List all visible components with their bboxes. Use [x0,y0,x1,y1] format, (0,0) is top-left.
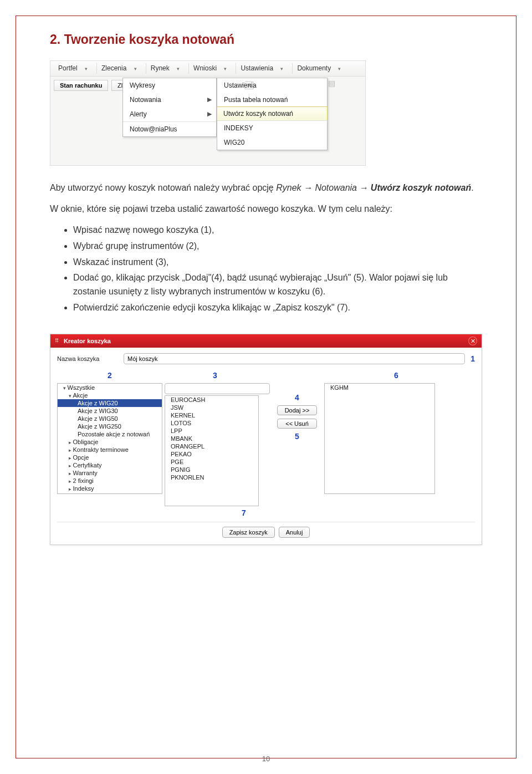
tree-node[interactable]: Certyfikaty [58,461,162,469]
dialog-title: Kreator koszyka [64,338,468,344]
steps-list: Wpisać nazwę nowego koszyka (1),Wybrać g… [50,223,482,315]
section-heading: 2. Tworzenie koszyka notowań [50,32,482,47]
tree-node[interactable]: Akcje z WIG50 [58,415,162,422]
grip-icon: ⠿ [55,338,59,344]
list-item[interactable]: EUROCASH [165,396,258,404]
marker-3: 3 [213,371,217,380]
chevron-right-icon: ▶ [207,96,212,103]
marker-2: 2 [108,371,112,380]
tree-node[interactable]: Obligacje [58,438,162,446]
tree-node[interactable]: Akcje z WIG20 [58,399,162,407]
list-item[interactable]: PGNIG [165,466,258,473]
page-number: 10 [0,755,532,763]
tree-node[interactable]: Akcje [58,391,162,399]
list-item[interactable]: JSW [165,404,258,411]
menu-item[interactable]: Ustawienia ▾ [236,63,293,74]
chevron-right-icon: ▶ [207,110,212,118]
submenu-notowania[interactable]: ✕ UstawieniaPusta tabela notowańUtwórz k… [217,78,328,150]
menu-item[interactable]: Alerty▶ [123,107,216,121]
dialog-titlebar[interactable]: ⠿ Kreator koszyka ✕ [50,334,482,348]
screenshot-kreator: ⠿ Kreator koszyka ✕ Nazwa koszyka 1 2 3 … [50,334,482,545]
menu-item[interactable]: Wnioski ▾ [189,63,236,74]
paragraph-steps-intro: W oknie, które się pojawi trzeba ustalić… [50,202,482,216]
tab-stan-rachunku[interactable]: Stan rachunku [54,80,108,91]
paragraph-intro: Aby utworzyć nowy koszyk notowań należy … [50,181,482,195]
tree-node[interactable]: ETF [58,492,162,494]
close-dialog-icon[interactable]: ✕ [468,337,477,345]
selected-instruments-list[interactable]: KGHM [324,383,435,494]
list-item: Wpisać nazwę nowego koszyka (1), [73,223,482,237]
tree-node[interactable]: Akcje z WIG250 [58,422,162,430]
marker-5: 5 [295,432,299,441]
marker-7: 7 [242,508,246,517]
remove-button[interactable]: << Usuń [277,419,317,429]
list-item[interactable]: KERNEL [165,411,258,419]
cancel-button[interactable]: Anuluj [279,527,310,538]
menu-item[interactable]: Wykresy [123,78,216,93]
submenu-rynek[interactable]: WykresyNotowania▶Alerty▶Notow@niaPlus [122,78,217,137]
basket-name-input[interactable] [124,353,465,364]
list-item[interactable]: LPP [165,427,258,435]
list-item[interactable]: PKNORLEN [165,473,258,481]
tree-node[interactable]: Indeksy [58,485,162,492]
menu-item[interactable]: Utwórz koszyk notowań [217,106,328,121]
instrument-group-tree[interactable]: WszystkieAkcjeAkcje z WIG20Akcje z WIG30… [57,383,162,494]
tree-node[interactable]: 2 fixingi [58,477,162,485]
list-item[interactable]: PEKAO [165,450,258,458]
list-item: Potwierdzić zakończenie edycji koszyka k… [73,301,482,315]
tree-node[interactable]: Pozostałe akcje z notowań [58,430,162,438]
list-item: Dodać go, klikając przycisk „Dodaj"(4), … [73,271,482,299]
menu-item[interactable]: INDEKSY [217,120,327,135]
menu-item[interactable]: Ustawienia [217,78,327,93]
marker-6: 6 [394,371,398,380]
tree-node[interactable]: Wszystkie [58,384,162,391]
list-item[interactable]: LOTOS [165,419,258,427]
menu-item[interactable]: Pusta tabela notowań [217,93,327,107]
save-basket-button[interactable]: Zapisz koszyk [222,527,275,538]
menu-item[interactable]: Dokumenty ▾ [293,63,350,74]
list-item: Wskazać instrument (3), [73,256,482,269]
menu-item[interactable]: Notowania▶ [123,93,216,107]
marker-4: 4 [295,393,299,402]
instrument-list[interactable]: EUROCASHJSWKERNELLOTOSLPPMBANKORANGEPLPE… [165,395,259,506]
tree-node[interactable]: Warranty [58,469,162,477]
tree-node[interactable]: Kontrakty terminowe [58,446,162,454]
tree-node[interactable]: Akcje z WIG30 [58,407,162,415]
list-item[interactable]: PGE [165,458,258,466]
menu-item[interactable]: Portfel ▾ [54,63,97,74]
list-item[interactable]: KGHM [325,384,434,391]
instrument-filter-input[interactable] [165,383,270,394]
menu-item[interactable]: Notow@niaPlus [123,121,216,136]
menubar: Portfel ▾Zlecenia ▾Rynek ▾Wnioski ▾Ustaw… [50,61,365,77]
add-button[interactable]: Dodaj >> [277,405,317,415]
menu-item[interactable]: Zlecenia ▾ [97,63,146,74]
menu-item[interactable]: WIG20 [217,135,327,150]
basket-name-label: Nazwa koszyka [57,355,124,362]
list-item: Wybrać grupę instrumentów (2), [73,240,482,253]
tree-node[interactable]: Opcje [58,454,162,461]
list-item[interactable]: MBANK [165,435,258,442]
list-item[interactable]: ORANGEPL [165,442,258,450]
marker-1: 1 [470,354,475,363]
screenshot-menu: Portfel ▾Zlecenia ▾Rynek ▾Wnioski ▾Ustaw… [50,60,366,166]
menu-item[interactable]: Rynek ▾ [146,63,189,74]
